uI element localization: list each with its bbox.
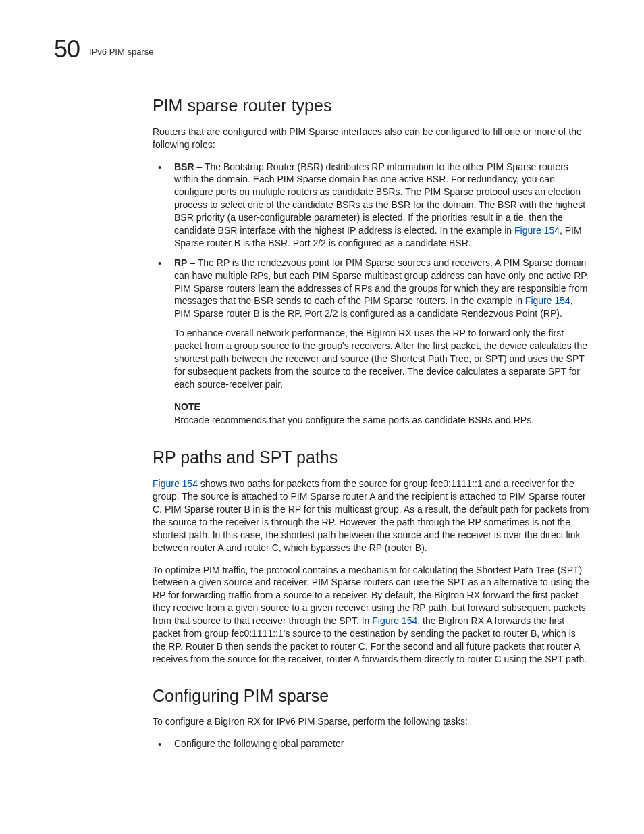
running-header: 50 IPv6 PIM sparse — [54, 35, 590, 63]
section-configuring-pim-sparse: Configuring PIM sparse To configure a Bi… — [153, 685, 590, 751]
list-item-rp: RP – The RP is the rendezvous point for … — [153, 257, 590, 320]
document-page: 50 IPv6 PIM sparse PIM sparse router typ… — [0, 0, 644, 810]
paths-paragraph-1: Figure 154 shows two paths for packets f… — [153, 477, 590, 554]
note-block: NOTE Brocade recommends that you configu… — [174, 400, 590, 427]
spt-paragraph: To enhance overall network performance, … — [174, 327, 590, 390]
term-rp: RP — [174, 257, 187, 268]
chapter-title: IPv6 PIM sparse — [89, 47, 153, 57]
heading-router-types: PIM sparse router types — [153, 95, 590, 118]
paths-paragraph-2: To optimize PIM traffic, the protocol co… — [153, 564, 590, 666]
heading-rp-spt: RP paths and SPT paths — [153, 446, 590, 469]
figure-link[interactable]: Figure 154 — [153, 478, 198, 489]
figure-link[interactable]: Figure 154 — [514, 225, 560, 236]
list-item-bsr: BSR – The Bootstrap Router (BSR) distrib… — [153, 161, 590, 250]
section-pim-sparse-router-types: PIM sparse router types Routers that are… — [153, 95, 590, 426]
figure-link[interactable]: Figure 154 — [372, 615, 417, 626]
note-label: NOTE — [174, 400, 590, 413]
config-bullet-1: Configure the following global parameter — [174, 738, 344, 749]
figure-link[interactable]: Figure 154 — [525, 295, 570, 306]
section-rp-spt-paths: RP paths and SPT paths Figure 154 shows … — [153, 446, 590, 665]
list-item: Configure the following global parameter — [153, 737, 590, 750]
heading-configuring: Configuring PIM sparse — [153, 685, 590, 708]
config-tasks-list: Configure the following global parameter — [153, 737, 590, 750]
page-content: PIM sparse router types Routers that are… — [153, 95, 590, 750]
config-intro: To configure a BigIron RX for IPv6 PIM S… — [153, 715, 590, 728]
note-text: Brocade recommends that you configure th… — [174, 414, 590, 427]
chapter-number: 50 — [54, 35, 80, 63]
term-bsr: BSR — [174, 161, 194, 172]
router-roles-list: BSR – The Bootstrap Router (BSR) distrib… — [153, 161, 590, 321]
p1-after: shows two paths for packets from the sou… — [153, 478, 589, 552]
intro-paragraph: Routers that are configured with PIM Spa… — [153, 126, 590, 151]
